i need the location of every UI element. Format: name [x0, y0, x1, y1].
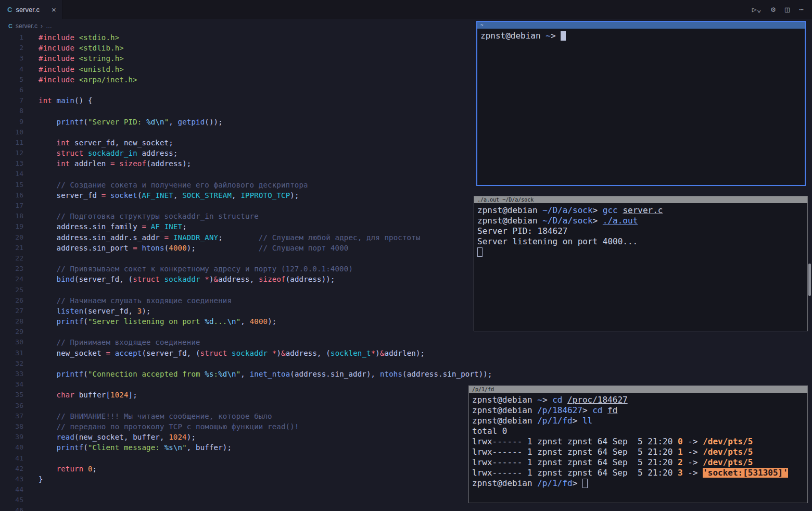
line-number[interactable]: 14 — [0, 169, 23, 179]
editor-actions: ▷⌄⚙◫⋯ — [752, 0, 812, 19]
line-number[interactable]: 28 — [0, 316, 23, 327]
line-number[interactable]: 40 — [0, 442, 23, 453]
line-number[interactable]: 33 — [0, 369, 23, 379]
cursor-hollow — [477, 247, 483, 257]
terminal-line: zpnst@debian /p/184627> cd fd — [472, 405, 804, 416]
line-number[interactable]: 34 — [0, 379, 23, 390]
tab-bar: C server.c × ▷⌄⚙◫⋯ — [0, 0, 812, 19]
line-number[interactable]: 46 — [0, 505, 23, 511]
line-number[interactable]: 13 — [0, 158, 23, 169]
line-number[interactable]: 15 — [0, 180, 23, 190]
line-number[interactable]: 39 — [0, 432, 23, 442]
terminal-line — [477, 247, 804, 257]
terminal-window-proc-fd[interactable]: /p/1/fd zpnst@debian ~> cd /proc/184627z… — [468, 385, 808, 503]
breadcrumb-separator-icon: › — [41, 22, 43, 30]
tab-label: server.c — [16, 6, 40, 14]
terminal-line: zpnst@debian ~/D/a/sock> gcc server.c — [477, 205, 804, 216]
line-number[interactable]: 22 — [0, 253, 23, 264]
line-number[interactable]: 18 — [0, 211, 23, 221]
terminal-body[interactable]: zpnst@debian ~> — [477, 29, 805, 43]
line-number[interactable]: 2 — [0, 43, 23, 53]
code-line[interactable]: // Принимаем входящее соединение — [39, 337, 812, 347]
code-line[interactable] — [39, 505, 812, 511]
terminal-line: Server PID: 184627 — [477, 226, 804, 236]
terminal-body[interactable]: zpnst@debian ~> cd /proc/184627zpnst@deb… — [469, 393, 807, 491]
line-number[interactable]: 17 — [0, 201, 23, 211]
line-number[interactable]: 45 — [0, 495, 23, 505]
line-number[interactable]: 24 — [0, 274, 23, 284]
code-line[interactable]: printf("Connection accepted from %s:%d\n… — [39, 369, 812, 379]
line-number[interactable]: 4 — [0, 64, 23, 74]
editor-scrollbar-thumb[interactable] — [808, 264, 811, 296]
breadcrumb[interactable]: C server.c › … — [8, 21, 52, 31]
cursor-block — [561, 31, 566, 41]
terminal-line: zpnst@debian /p/1/fd> ll — [472, 416, 804, 426]
line-number[interactable]: 7 — [0, 95, 23, 106]
cursor-hollow — [582, 479, 588, 488]
terminal-body[interactable]: zpnst@debian ~/D/a/sock> gcc server.czpn… — [474, 203, 807, 259]
line-number[interactable]: 19 — [0, 221, 23, 232]
terminal-line: zpnst@debian ~> — [480, 31, 802, 41]
terminal-line: lrwx------ 1 zpnst zpnst 64 Sep 5 21:20 … — [472, 447, 804, 457]
more-actions-icon[interactable]: ⋯ — [799, 0, 804, 19]
line-number[interactable]: 31 — [0, 348, 23, 358]
breadcrumb-file[interactable]: server.c — [16, 22, 37, 30]
terminal-line: zpnst@debian ~> cd /proc/184627 — [472, 395, 804, 405]
line-number[interactable]: 16 — [0, 190, 23, 201]
line-number[interactable]: 3 — [0, 53, 23, 64]
line-number[interactable]: 11 — [0, 138, 23, 148]
close-tab-icon[interactable]: × — [52, 5, 56, 14]
line-number[interactable]: 27 — [0, 306, 23, 316]
c-language-icon: C — [7, 6, 12, 14]
line-number[interactable]: 44 — [0, 484, 23, 495]
terminal-window-server-run[interactable]: ./a.out ~/D/a/sock zpnst@debian ~/D/a/so… — [474, 196, 808, 331]
terminal-title-bar[interactable]: /p/1/fd — [469, 386, 807, 393]
line-number[interactable]: 5 — [0, 74, 23, 85]
run-button[interactable]: ▷⌄ — [752, 0, 762, 19]
line-number[interactable]: 10 — [0, 127, 23, 138]
terminal-line: lrwx------ 1 zpnst zpnst 64 Sep 5 21:20 … — [472, 457, 804, 468]
line-number[interactable]: 32 — [0, 358, 23, 369]
c-language-icon: C — [8, 23, 12, 29]
terminal-line: Server listening on port 4000... — [477, 236, 804, 247]
line-number[interactable]: 26 — [0, 295, 23, 306]
split-editor-icon[interactable]: ◫ — [785, 0, 790, 19]
line-number[interactable]: 20 — [0, 232, 23, 243]
line-number[interactable]: 29 — [0, 327, 23, 337]
line-number[interactable]: 6 — [0, 85, 23, 95]
line-number[interactable]: 25 — [0, 285, 23, 295]
line-number[interactable]: 36 — [0, 401, 23, 411]
line-number[interactable]: 21 — [0, 243, 23, 253]
terminal-line: lrwx------ 1 zpnst zpnst 64 Sep 5 21:20 … — [472, 437, 804, 447]
terminal-line: total 0 — [472, 426, 804, 437]
line-number[interactable]: 37 — [0, 411, 23, 421]
code-line[interactable]: new_socket = accept(server_fd, (struct s… — [39, 348, 812, 358]
settings-gear-icon[interactable]: ⚙ — [771, 0, 776, 19]
line-number[interactable]: 1 — [0, 32, 23, 43]
line-number[interactable]: 12 — [0, 148, 23, 158]
tab-server-c[interactable]: C server.c × — [0, 0, 63, 19]
terminal-line: lrwx------ 1 zpnst zpnst 64 Sep 5 21:20 … — [472, 468, 804, 478]
code-line[interactable] — [39, 358, 812, 369]
line-numbers[interactable]: 1234567891011121314151617181920212223242… — [0, 32, 23, 511]
line-number[interactable]: 30 — [0, 337, 23, 347]
terminal-title-bar[interactable]: ~ — [477, 22, 805, 29]
line-number[interactable]: 43 — [0, 474, 23, 484]
line-number[interactable]: 41 — [0, 453, 23, 464]
line-number[interactable]: 23 — [0, 264, 23, 274]
terminal-title-bar[interactable]: ./a.out ~/D/a/sock — [474, 196, 807, 203]
line-number[interactable]: 38 — [0, 421, 23, 432]
line-number[interactable]: 42 — [0, 464, 23, 474]
line-number[interactable]: 9 — [0, 117, 23, 127]
line-number[interactable]: 35 — [0, 390, 23, 400]
terminal-line: zpnst@debian /p/1/fd> — [472, 478, 804, 489]
line-number[interactable]: 8 — [0, 106, 23, 116]
terminal-window-shell[interactable]: ~ zpnst@debian ~> — [476, 21, 806, 186]
breadcrumb-more[interactable]: … — [46, 22, 52, 30]
terminal-line: zpnst@debian ~/D/a/sock> ./a.out — [477, 216, 804, 226]
